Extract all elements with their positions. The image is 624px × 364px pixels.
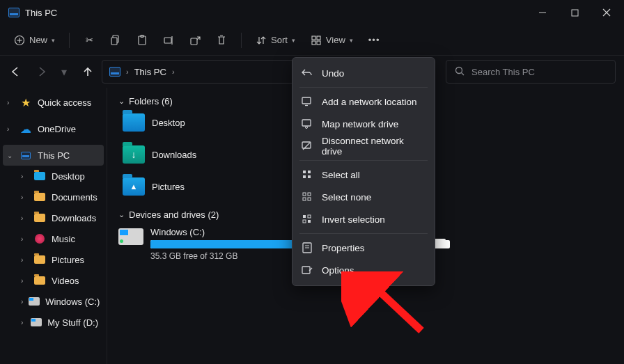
- svg-rect-26: [303, 171, 306, 173]
- search-placeholder: Search This PC: [471, 67, 535, 77]
- chevron-down-icon: ▾: [350, 37, 353, 44]
- select-all-icon: [301, 168, 313, 181]
- forward-button[interactable]: [35, 65, 49, 79]
- folder-label: Desktop: [152, 118, 185, 128]
- clipboard-icon: [136, 35, 148, 46]
- copy-icon: [110, 35, 121, 46]
- undo-icon: [301, 67, 313, 79]
- sidebar-item-videos[interactable]: ›Videos: [3, 270, 104, 291]
- sidebar-item-label: This PC: [38, 150, 70, 161]
- scissors-icon: ✂: [84, 35, 95, 46]
- ctx-disconnect-network-drive[interactable]: Disconnect network drive: [295, 135, 432, 157]
- network-drive-icon: [301, 118, 313, 130]
- this-pc-icon: [8, 8, 20, 17]
- view-button[interactable]: View ▾: [305, 29, 359, 52]
- recent-locations-button[interactable]: ▾: [61, 65, 68, 79]
- group-header-label: Folders (6): [129, 96, 173, 106]
- sidebar-item-label: Pictures: [52, 255, 84, 265]
- view-grid-icon: [311, 35, 322, 46]
- sidebar-item-label: My Stuff (D:): [47, 317, 98, 328]
- svg-rect-29: [308, 175, 311, 178]
- rename-icon: [163, 35, 174, 46]
- sidebar-item-label: Windows (C:): [45, 296, 100, 307]
- close-button[interactable]: [591, 0, 623, 25]
- sidebar-item-quick-access[interactable]: › ★ Quick access: [3, 92, 104, 113]
- ctx-properties[interactable]: Properties: [295, 237, 432, 259]
- sidebar-item-this-pc[interactable]: ⌄ This PC: [3, 145, 104, 166]
- new-button[interactable]: New ▾: [8, 29, 61, 52]
- chevron-right-icon: ›: [21, 319, 25, 326]
- chevron-down-icon: ▾: [52, 37, 55, 44]
- svg-rect-34: [303, 215, 306, 218]
- svg-rect-27: [308, 171, 311, 173]
- sidebar-item-my-stuff-d[interactable]: ›My Stuff (D:): [3, 312, 104, 333]
- ctx-select-all[interactable]: Select all: [295, 164, 432, 186]
- disk-icon: [118, 228, 143, 245]
- ctx-add-network-location[interactable]: Add a network location: [295, 90, 432, 113]
- ctx-label: Map network drive: [322, 119, 398, 129]
- copy-button[interactable]: [104, 29, 127, 52]
- ctx-label: Disconnect network drive: [322, 136, 426, 157]
- svg-rect-32: [303, 198, 306, 200]
- folder-icon: ▲: [123, 177, 145, 196]
- ctx-map-network-drive[interactable]: Map network drive: [295, 113, 432, 135]
- this-pc-icon: [109, 67, 120, 77]
- ctx-label: Add a network location: [322, 97, 417, 107]
- chevron-right-icon: ›: [126, 68, 129, 76]
- svg-rect-35: [308, 215, 311, 218]
- invert-selection-icon: [301, 213, 313, 225]
- ctx-options[interactable]: Options: [295, 259, 432, 281]
- delete-button[interactable]: [210, 29, 233, 52]
- svg-rect-16: [312, 41, 315, 45]
- svg-rect-31: [308, 193, 311, 196]
- disk-icon: [31, 316, 42, 329]
- ctx-label: Undo: [322, 68, 344, 79]
- context-menu: Undo Add a network location Map network …: [292, 57, 435, 286]
- sidebar-item-pictures[interactable]: ›Pictures: [3, 249, 104, 270]
- sidebar-item-downloads[interactable]: ›Downloads: [3, 207, 104, 228]
- back-button[interactable]: [8, 65, 22, 79]
- sidebar-item-label: Quick access: [38, 97, 91, 108]
- up-button[interactable]: [81, 65, 95, 79]
- monitor-plus-icon: [301, 95, 313, 108]
- options-icon: [301, 264, 313, 276]
- sidebar-item-music[interactable]: ›Music: [3, 228, 104, 249]
- folder-label: Downloads: [152, 150, 196, 160]
- sidebar-item-onedrive[interactable]: › ☁ OneDrive: [3, 118, 104, 139]
- paste-button[interactable]: [131, 29, 153, 52]
- sort-button[interactable]: Sort ▾: [250, 29, 301, 52]
- sidebar-item-windows-c[interactable]: ›Windows (C:): [3, 291, 104, 312]
- disconnect-drive-icon: [301, 140, 313, 152]
- folder-icon: [33, 212, 46, 224]
- folder-icon: [123, 113, 145, 132]
- search-box[interactable]: Search This PC: [446, 60, 616, 84]
- svg-rect-30: [303, 193, 306, 196]
- share-button[interactable]: [184, 29, 206, 52]
- cut-button[interactable]: ✂: [78, 29, 100, 52]
- search-icon: [455, 66, 465, 78]
- share-icon: [189, 35, 201, 46]
- sidebar-item-documents[interactable]: ›Documents: [3, 187, 104, 207]
- trash-icon: [216, 35, 227, 46]
- ctx-select-none[interactable]: Select none: [295, 186, 432, 208]
- sidebar-item-label: Documents: [52, 192, 98, 203]
- sidebar-item-desktop[interactable]: ›Desktop: [3, 166, 104, 187]
- minimize-button[interactable]: [526, 0, 559, 25]
- ctx-undo[interactable]: Undo: [295, 62, 432, 84]
- group-header-label: Devices and drives (2): [129, 209, 219, 220]
- ctx-invert-selection[interactable]: Invert selection: [295, 208, 432, 230]
- svg-rect-28: [303, 175, 306, 178]
- rename-button[interactable]: [157, 29, 180, 52]
- svg-rect-33: [308, 198, 311, 200]
- breadcrumb-location[interactable]: This PC: [134, 67, 166, 77]
- sidebar-item-label: Music: [52, 234, 75, 244]
- more-button[interactable]: •••: [363, 29, 386, 52]
- svg-rect-36: [303, 220, 306, 223]
- folder-icon: ↓: [123, 145, 145, 164]
- svg-rect-22: [302, 120, 311, 126]
- svg-point-18: [456, 67, 462, 73]
- folder-label: Pictures: [152, 182, 185, 192]
- chevron-right-icon: ›: [21, 193, 28, 201]
- ctx-label: Properties: [322, 243, 365, 253]
- maximize-button[interactable]: [559, 0, 591, 25]
